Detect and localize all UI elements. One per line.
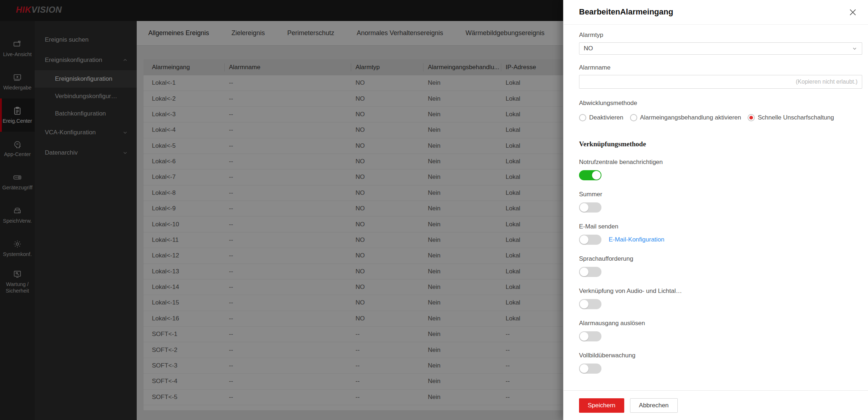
linkage-item-summer: Summer: [579, 190, 862, 213]
linkage-item-label: E-Mail senden: [579, 222, 862, 231]
modal-title: BearbeitenAlarmeingang: [579, 7, 673, 17]
modal-header: BearbeitenAlarmeingang: [563, 0, 868, 25]
save-button[interactable]: Speichern: [579, 398, 624, 413]
alarmname-label: Alarmname: [579, 63, 862, 72]
linkage-item-label: Alarmausgang auslösen: [579, 319, 862, 328]
toggle-knob: [580, 300, 588, 308]
radio-option-deaktivieren[interactable]: Deaktivieren: [579, 114, 624, 121]
linkage-item-label: Sprachaufforderung: [579, 255, 862, 263]
linkage-item-label: Verknüpfung von Audio- und Lichtal…: [579, 287, 862, 295]
linkage-method-title: Verknüpfungsmethode: [579, 140, 862, 148]
linkage-item-controls: E-Mail-Konfiguration: [579, 235, 862, 245]
cancel-button[interactable]: Abbrechen: [630, 398, 678, 413]
toggle-switch[interactable]: [579, 202, 601, 213]
close-icon[interactable]: [847, 7, 859, 18]
linkage-item-label: Vollbildüberwachung: [579, 351, 862, 360]
toggle-switch[interactable]: [579, 267, 601, 277]
chevron-down-icon: [852, 46, 858, 51]
handling-method-radio-group: DeaktivierenAlarmeingangsbehandlung akti…: [579, 114, 862, 121]
edit-alarm-input-modal: BearbeitenAlarmeingang Alarmtyp NO Alarm…: [563, 0, 868, 420]
linkage-item-controls: [579, 202, 862, 213]
radio-icon: [579, 114, 586, 121]
radio-selected-icon: [748, 114, 755, 121]
toggle-switch[interactable]: [579, 170, 601, 180]
toggle-knob: [592, 171, 601, 180]
alarmname-input[interactable]: [579, 75, 862, 89]
alarmtyp-label: Alarmtyp: [579, 31, 862, 39]
linkage-item-verknupfung-von-audio-und-lichtal: Verknüpfung von Audio- und Lichtal…: [579, 287, 862, 309]
radio-option-schnelle-unscharfschaltung[interactable]: Schnelle Unscharfschaltung: [748, 114, 834, 121]
toggle-knob: [580, 235, 588, 244]
linkage-item-controls: [579, 267, 862, 277]
radio-option-alarmeingangsbehandlung-aktivieren[interactable]: Alarmeingangsbehandlung aktivieren: [630, 114, 741, 121]
toggle-knob: [580, 203, 588, 212]
linkage-item-controls: [579, 364, 862, 374]
radio-icon: [630, 114, 637, 121]
toggle-knob: [580, 332, 588, 341]
toggle-switch[interactable]: [579, 235, 601, 245]
linkage-item-sprachaufforderung: Sprachaufforderung: [579, 255, 862, 277]
alarmtyp-select[interactable]: NO: [579, 42, 862, 55]
radio-option-label: Alarmeingangsbehandlung aktivieren: [640, 114, 741, 121]
linkage-item-label: Summer: [579, 190, 862, 199]
modal-footer: Speichern Abbrechen: [563, 390, 868, 420]
radio-option-label: Deaktivieren: [589, 114, 624, 121]
handling-method-label: Abwicklungsmethode: [579, 99, 862, 108]
toggle-knob: [580, 364, 588, 373]
toggle-switch[interactable]: [579, 331, 601, 341]
linkage-item-vollbilduberwachung: Vollbildüberwachung: [579, 351, 862, 374]
linkage-item-alarmausgang-auslosen: Alarmausgang auslösen: [579, 319, 862, 341]
linkage-item-e-mail-senden: E-Mail sendenE-Mail-Konfiguration: [579, 222, 862, 245]
link-e-mail-konfiguration[interactable]: E-Mail-Konfiguration: [609, 236, 664, 243]
toggle-switch[interactable]: [579, 299, 601, 309]
alarmtyp-selected-value: NO: [584, 45, 593, 52]
radio-option-label: Schnelle Unscharfschaltung: [758, 114, 834, 121]
linkage-toggle-list: Notrufzentrale benachrichtigenSummerE-Ma…: [579, 158, 862, 374]
toggle-knob: [580, 268, 588, 276]
linkage-item-controls: [579, 170, 862, 180]
modal-body: Alarmtyp NO Alarmname Abwicklungsmethode…: [563, 25, 868, 390]
linkage-item-controls: [579, 299, 862, 309]
linkage-item-controls: [579, 331, 862, 341]
linkage-item-notrufzentrale-benachrichtigen: Notrufzentrale benachrichtigen: [579, 158, 862, 180]
linkage-item-label: Notrufzentrale benachrichtigen: [579, 158, 862, 167]
toggle-switch[interactable]: [579, 364, 601, 374]
